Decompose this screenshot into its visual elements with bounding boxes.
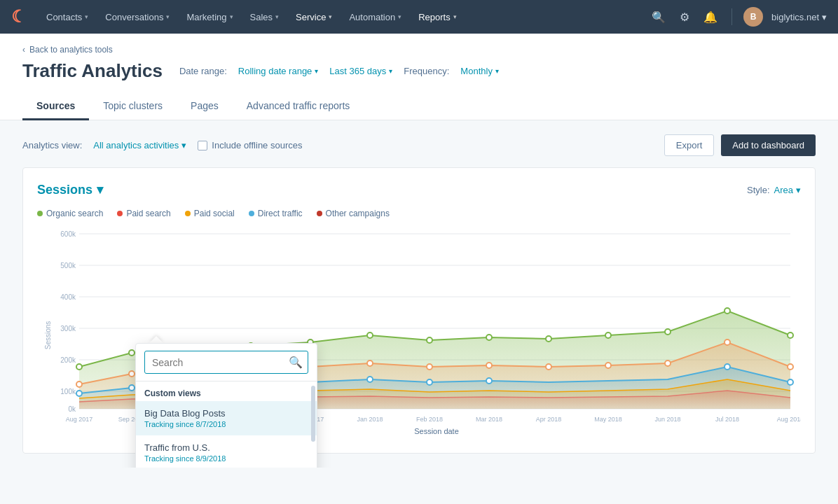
legend-dot bbox=[249, 211, 254, 216]
svg-text:Jan 2018: Jan 2018 bbox=[357, 416, 383, 423]
tabs: Sources Topic clusters Pages Advanced tr… bbox=[22, 93, 816, 120]
dropdown-arrow bbox=[149, 336, 163, 343]
svg-text:Jun 2018: Jun 2018 bbox=[654, 416, 680, 423]
dropdown-scrollbar[interactable] bbox=[311, 386, 315, 442]
chevron-down-icon: ▾ bbox=[97, 182, 103, 197]
dropdown-search-row: 🔍 bbox=[136, 344, 317, 382]
hubspot-logo[interactable]: ☾ bbox=[11, 8, 27, 25]
include-offline-sources[interactable]: Include offline sources bbox=[198, 140, 302, 150]
nav-items: Contacts ▾ Conversations ▾ Marketing ▾ S… bbox=[38, 0, 649, 34]
svg-point-24 bbox=[605, 332, 611, 338]
page-header: ‹ Back to analytics tools Traffic Analyt… bbox=[0, 34, 838, 120]
date-controls: Date range: Rolling date range ▾ Last 36… bbox=[179, 66, 816, 76]
svg-point-44 bbox=[427, 379, 432, 385]
nav-sales[interactable]: Sales ▾ bbox=[242, 0, 288, 34]
chevron-down-icon: ▾ bbox=[230, 13, 233, 20]
style-selector: Style: Area ▾ bbox=[747, 185, 801, 195]
offline-checkbox[interactable] bbox=[198, 141, 207, 150]
rolling-date-btn[interactable]: Rolling date range ▾ bbox=[238, 66, 319, 76]
nav-right: 🔍 ⚙ 🔔 B biglytics.net ▾ bbox=[649, 7, 827, 27]
chevron-down-icon: ▾ bbox=[315, 67, 318, 75]
search-input[interactable] bbox=[145, 353, 282, 372]
svg-point-33 bbox=[367, 360, 373, 366]
svg-text:300k: 300k bbox=[60, 325, 76, 332]
svg-point-27 bbox=[788, 332, 793, 338]
period-btn[interactable]: Last 365 days ▾ bbox=[329, 66, 392, 76]
analytics-view-label: Analytics view: bbox=[22, 140, 82, 150]
svg-text:Aug 2018: Aug 2018 bbox=[777, 416, 801, 423]
svg-point-42 bbox=[129, 385, 135, 391]
svg-point-35 bbox=[486, 363, 492, 368]
tab-pages[interactable]: Pages bbox=[177, 93, 233, 120]
search-input-wrapper: 🔍 bbox=[144, 351, 308, 374]
chevron-down-icon: ▾ bbox=[796, 185, 801, 195]
svg-text:Apr 2018: Apr 2018 bbox=[536, 416, 562, 423]
nav-automation[interactable]: Automation ▾ bbox=[341, 0, 410, 34]
add-to-dashboard-button[interactable]: Add to dashboard bbox=[721, 134, 816, 156]
date-range-label: Date range: bbox=[179, 66, 227, 76]
svg-text:Mar 2018: Mar 2018 bbox=[476, 416, 502, 423]
analytics-controls: Analytics view: All analytics activities… bbox=[22, 134, 816, 156]
style-value-btn[interactable]: Area ▾ bbox=[774, 185, 801, 195]
chevron-down-icon: ▾ bbox=[822, 12, 827, 22]
nav-divider bbox=[731, 8, 732, 25]
bell-icon[interactable]: 🔔 bbox=[701, 8, 720, 27]
svg-text:Session date: Session date bbox=[414, 427, 459, 435]
chevron-down-icon: ▾ bbox=[181, 140, 186, 150]
export-button[interactable]: Export bbox=[664, 134, 715, 156]
frequency-label: Frequency: bbox=[404, 66, 449, 76]
svg-point-36 bbox=[546, 364, 551, 370]
breadcrumb[interactable]: ‹ Back to analytics tools bbox=[22, 45, 816, 55]
nav-contacts[interactable]: Contacts ▾ bbox=[38, 0, 97, 34]
legend-direct-traffic: Direct traffic bbox=[249, 209, 303, 218]
dropdown-item-1[interactable]: Traffic from U.S. Tracking since 8/9/201… bbox=[136, 435, 317, 468]
nav-marketing[interactable]: Marketing ▾ bbox=[178, 0, 241, 34]
chart-legend: Organic search Paid search Paid social D… bbox=[37, 209, 801, 218]
nav-conversations[interactable]: Conversations ▾ bbox=[97, 0, 178, 34]
top-navigation: ☾ Contacts ▾ Conversations ▾ Marketing ▾… bbox=[0, 0, 838, 34]
nav-reports[interactable]: Reports ▾ bbox=[410, 0, 465, 34]
svg-point-39 bbox=[724, 340, 730, 345]
legend-other-campaigns: Other campaigns bbox=[317, 209, 390, 218]
legend-dot bbox=[37, 211, 43, 216]
sessions-header: Sessions ▾ Style: Area ▾ bbox=[37, 182, 801, 197]
svg-point-21 bbox=[427, 337, 432, 343]
svg-point-46 bbox=[724, 364, 730, 370]
svg-point-29 bbox=[129, 371, 135, 377]
tab-advanced-traffic[interactable]: Advanced traffic reports bbox=[233, 93, 364, 120]
svg-point-25 bbox=[665, 329, 671, 335]
frequency-btn[interactable]: Monthly ▾ bbox=[460, 66, 499, 76]
svg-point-26 bbox=[724, 308, 730, 314]
chart-container: Sessions ▾ Style: Area ▾ Organic search … bbox=[22, 167, 816, 454]
chevron-down-icon: ▾ bbox=[85, 13, 88, 20]
tab-topic-clusters[interactable]: Topic clusters bbox=[89, 93, 177, 120]
nav-service[interactable]: Service ▾ bbox=[287, 0, 341, 34]
legend-paid-search: Paid search bbox=[117, 209, 170, 218]
svg-point-22 bbox=[486, 335, 492, 340]
svg-point-45 bbox=[486, 378, 492, 384]
domain-selector[interactable]: biglytics.net ▾ bbox=[771, 12, 827, 22]
svg-point-15 bbox=[76, 364, 82, 370]
sessions-title[interactable]: Sessions ▾ bbox=[37, 182, 103, 197]
back-arrow-icon: ‹ bbox=[22, 45, 25, 55]
search-icon[interactable]: 🔍 bbox=[649, 8, 668, 27]
avatar[interactable]: B bbox=[743, 7, 763, 27]
chevron-down-icon: ▾ bbox=[453, 13, 457, 20]
legend-dot bbox=[117, 211, 123, 216]
chevron-down-icon: ▾ bbox=[389, 67, 392, 75]
svg-point-34 bbox=[427, 364, 432, 370]
svg-point-23 bbox=[546, 336, 551, 342]
svg-point-16 bbox=[129, 350, 135, 356]
analytics-view-btn[interactable]: All analytics activities ▾ bbox=[93, 140, 186, 150]
svg-text:May 2018: May 2018 bbox=[594, 416, 622, 423]
page-title-row: Traffic Analytics Date range: Rolling da… bbox=[22, 60, 816, 82]
svg-point-38 bbox=[665, 360, 671, 366]
controls-right: Export Add to dashboard bbox=[664, 134, 816, 156]
svg-text:100k: 100k bbox=[60, 388, 76, 396]
tab-sources[interactable]: Sources bbox=[22, 93, 89, 120]
gear-icon[interactable]: ⚙ bbox=[677, 8, 692, 27]
dropdown-section-label: Custom views bbox=[136, 382, 317, 401]
search-button[interactable]: 🔍 bbox=[282, 351, 308, 373]
svg-point-41 bbox=[76, 391, 82, 396]
dropdown-item-0[interactable]: Big Data Blog Posts Tracking since 8/7/2… bbox=[136, 401, 317, 435]
